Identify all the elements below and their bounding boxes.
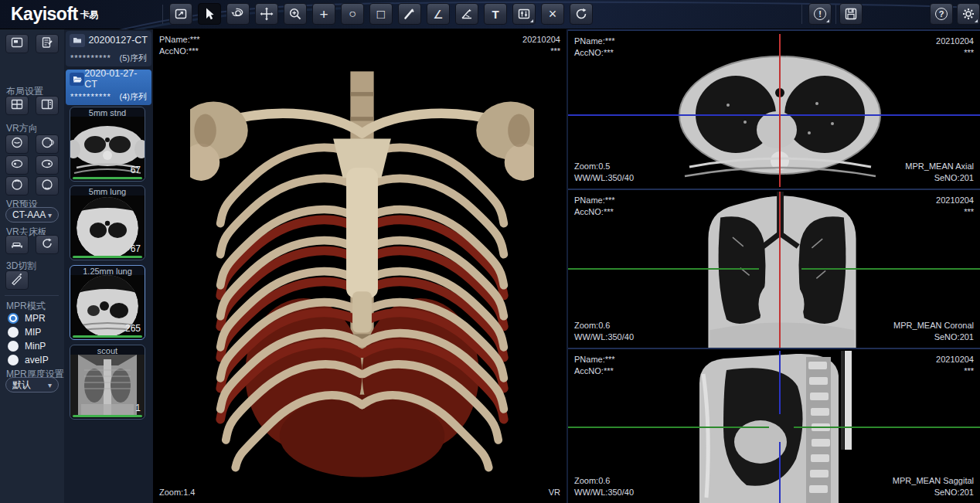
- sagittal-crosshair-horizontal-green-left[interactable]: [568, 427, 769, 428]
- vr-pname: PName:***: [159, 34, 200, 46]
- layout-split-icon: [40, 97, 54, 114]
- radio-off-icon: [8, 355, 19, 365]
- series-thumbnail-scout[interactable]: scout 1: [70, 345, 145, 420]
- thumbnail-progress-bar: [73, 415, 142, 417]
- length-measure-button[interactable]: [398, 3, 421, 25]
- mpr-study-date: 20210204: [936, 354, 974, 365]
- thumbnail-image-number: 265: [125, 323, 141, 334]
- angle-measure-button[interactable]: ∠: [427, 3, 450, 25]
- layout-custom-button[interactable]: [36, 34, 59, 53]
- remove-bed-button[interactable]: [5, 235, 29, 254]
- mpr-coronal-viewport[interactable]: PName:*** AccNO:*** 20210204 *** Zoom:0.…: [568, 189, 980, 348]
- mpr-wwwl: WW/WL:350/40: [574, 487, 634, 498]
- mpr-axial-viewport[interactable]: PName:*** AccNO:*** 20210204 *** Zoom:0.…: [568, 29, 980, 189]
- coronal-crosshair-vertical-red[interactable]: [779, 192, 781, 348]
- radio-off-icon: [8, 341, 19, 352]
- axial-crosshair-horizontal-blue[interactable]: [568, 114, 980, 116]
- vr-head-inferior-button[interactable]: [36, 176, 59, 195]
- vr-accno: AccNO:***: [159, 46, 200, 57]
- cursor-tool-button[interactable]: [198, 3, 221, 25]
- crosshair-move-button[interactable]: +: [312, 3, 335, 25]
- mpr-series-label: MPR_MEAN Coronal: [893, 320, 974, 331]
- mpr-mode-radio-mpr[interactable]: MPR: [8, 312, 46, 325]
- series-thumbnail-5mm-stnd[interactable]: 5mm stnd 67: [70, 107, 145, 182]
- coronal-ct-image: [686, 192, 879, 348]
- length-measure-icon: [402, 6, 417, 22]
- cobb-angle-icon: [459, 6, 475, 22]
- mpr-thickness-value: 默认: [12, 379, 31, 392]
- thumbnail-image-number: 1: [135, 403, 141, 413]
- help-button[interactable]: ?: [930, 3, 953, 25]
- mpr-mode-radio-mip[interactable]: MIP: [8, 326, 41, 338]
- top-toolbar: Kayisoft卡易 + ○: [0, 0, 980, 29]
- folder-icon: [70, 34, 85, 47]
- rect-roi-button[interactable]: □: [369, 3, 393, 25]
- study-item-selected[interactable]: 2020-01-27-CT ********** (4)序列: [66, 70, 151, 105]
- chevron-down-icon: ▾: [48, 381, 52, 389]
- mpr-series-label: MPR_MEAN Axial: [905, 161, 974, 172]
- cobb-angle-button[interactable]: [455, 3, 478, 25]
- vr-preset-select[interactable]: CT-AAA ▾: [5, 207, 59, 223]
- series-thumbnail-125mm-lung[interactable]: 1.25mm lung 265: [70, 265, 145, 340]
- vr-mode-label: VR: [549, 487, 560, 498]
- toolbar-divider: [162, 5, 163, 24]
- rotate-3d-button[interactable]: [226, 3, 250, 25]
- thumbnail-label: 5mm stnd: [70, 108, 145, 117]
- mpr-wwwl: WW/WL:350/40: [574, 331, 634, 343]
- exam-info-button[interactable]: !: [808, 3, 832, 25]
- rect-roi-icon: □: [377, 8, 385, 21]
- mpr-mode-radio-minp[interactable]: MinP: [8, 340, 46, 352]
- mpr-zoom: Zoom:0.6: [574, 320, 634, 331]
- layout-split-button[interactable]: [36, 96, 59, 115]
- sagittal-crosshair-vertical-blue-top[interactable]: [779, 351, 781, 414]
- vr-zoom: Zoom:1.4: [159, 487, 195, 498]
- radio-off-icon: [8, 327, 19, 338]
- ellipse-roi-button[interactable]: ○: [341, 3, 364, 25]
- mpr-acc-masked: ***: [936, 365, 974, 377]
- magnify-tool-button[interactable]: [284, 3, 307, 25]
- chevron-down-icon: ▾: [48, 211, 52, 219]
- mpr-study-date: 20210204: [936, 36, 974, 47]
- sagittal-crosshair-vertical-blue-bottom[interactable]: [779, 442, 781, 503]
- mpr-series-label: MPR_MEAN Saggital: [893, 475, 974, 487]
- series-thumbnail-5mm-lung[interactable]: 5mm lung 67: [70, 185, 145, 260]
- vr-acc-masked: ***: [522, 46, 560, 57]
- vr-head-posterior-button[interactable]: [36, 134, 59, 154]
- mpr-sagittal-viewport[interactable]: PName:*** AccNO:*** 20210204 *** Zoom:0.…: [568, 348, 980, 503]
- axial-crosshair-vertical-red[interactable]: [779, 34, 781, 187]
- vr-viewport[interactable]: PName:*** AccNO:*** 20210204 *** Zoom:1.…: [153, 29, 567, 503]
- mpr-zoom: Zoom:0.6: [574, 475, 634, 487]
- sagittal-crosshair-horizontal-green-right[interactable]: [794, 427, 980, 428]
- mpr-mode-radio-aveip[interactable]: aveIP: [8, 354, 49, 366]
- thumbnail-progress-bar: [73, 177, 142, 179]
- logo-text: Kayisoft: [11, 4, 78, 24]
- vr-head-left-button[interactable]: [5, 155, 29, 175]
- mpr-thickness-select[interactable]: 默认 ▾: [5, 377, 59, 393]
- toolbar-divider: [835, 5, 836, 24]
- radio-label: MinP: [25, 341, 46, 352]
- pan-tool-button[interactable]: [255, 3, 278, 25]
- head-anterior-icon: [10, 136, 24, 153]
- vr-head-right-button[interactable]: [36, 155, 59, 175]
- mpr-seno: SeNO:201: [905, 172, 974, 184]
- study-item[interactable]: 20200127-CT ********** (5)序列: [66, 31, 151, 66]
- layout-grid-button[interactable]: [5, 96, 29, 115]
- layout-single-button[interactable]: [5, 34, 29, 53]
- window-level-button[interactable]: [512, 3, 536, 25]
- vr-head-superior-button[interactable]: [5, 176, 29, 195]
- cut3d-knife-button[interactable]: [5, 270, 29, 290]
- coronal-crosshair-horizontal-green-right[interactable]: [801, 268, 980, 270]
- mpr-study-date: 20210204: [936, 195, 974, 206]
- text-annotation-button[interactable]: T: [484, 3, 507, 25]
- save-image-button[interactable]: [839, 3, 863, 25]
- coronal-crosshair-horizontal-green-left[interactable]: [568, 268, 759, 270]
- reset-view-button[interactable]: [570, 3, 593, 25]
- mpr-accno: AccNO:***: [574, 365, 615, 377]
- series-layout-button[interactable]: [169, 3, 192, 25]
- delete-annotation-button[interactable]: ×: [541, 3, 564, 25]
- rotate-3d-icon: [230, 6, 246, 22]
- settings-button[interactable]: [957, 3, 980, 25]
- restore-bed-button[interactable]: [36, 235, 59, 254]
- mpr-pname: PName:***: [574, 36, 615, 47]
- vr-head-anterior-button[interactable]: [5, 134, 29, 154]
